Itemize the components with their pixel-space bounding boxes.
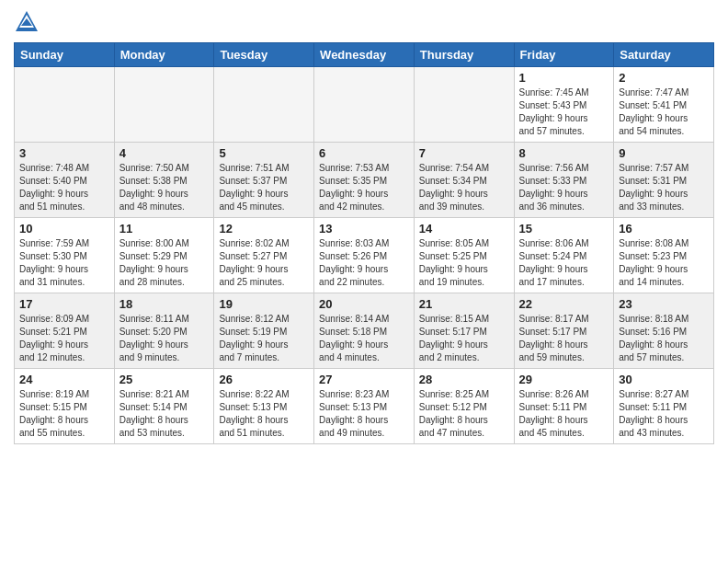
day-number: 6: [319, 146, 409, 160]
calendar-cell: 22Sunrise: 8:17 AM Sunset: 5:17 PM Dayli…: [514, 293, 614, 369]
logo-icon: [14, 9, 40, 35]
day-info: Sunrise: 8:12 AM Sunset: 5:19 PM Dayligh…: [219, 313, 309, 364]
calendar-cell: 26Sunrise: 8:22 AM Sunset: 5:13 PM Dayli…: [214, 369, 314, 444]
day-info: Sunrise: 8:15 AM Sunset: 5:17 PM Dayligh…: [419, 313, 509, 364]
calendar-cell: 14Sunrise: 8:05 AM Sunset: 5:25 PM Dayli…: [414, 218, 514, 293]
day-number: 28: [419, 373, 509, 386]
day-number: 8: [519, 146, 609, 160]
calendar-cell: 16Sunrise: 8:08 AM Sunset: 5:23 PM Dayli…: [614, 218, 714, 293]
day-number: 29: [519, 373, 609, 386]
calendar-cell: 8Sunrise: 7:56 AM Sunset: 5:33 PM Daylig…: [514, 143, 614, 218]
day-number: 7: [419, 146, 509, 160]
day-info: Sunrise: 7:48 AM Sunset: 5:40 PM Dayligh…: [19, 162, 109, 213]
header: [14, 9, 714, 35]
day-info: Sunrise: 8:27 AM Sunset: 5:11 PM Dayligh…: [619, 388, 709, 440]
day-number: 3: [19, 146, 109, 160]
calendar-cell: 18Sunrise: 8:11 AM Sunset: 5:20 PM Dayli…: [114, 293, 214, 369]
day-info: Sunrise: 8:23 AM Sunset: 5:13 PM Dayligh…: [319, 388, 409, 440]
day-info: Sunrise: 8:26 AM Sunset: 5:11 PM Dayligh…: [519, 388, 609, 440]
calendar-cell: 17Sunrise: 8:09 AM Sunset: 5:21 PM Dayli…: [15, 293, 115, 369]
calendar-cell: 7Sunrise: 7:54 AM Sunset: 5:34 PM Daylig…: [414, 143, 514, 218]
day-info: Sunrise: 7:45 AM Sunset: 5:43 PM Dayligh…: [519, 86, 609, 138]
day-info: Sunrise: 8:03 AM Sunset: 5:26 PM Dayligh…: [319, 237, 409, 289]
day-number: 13: [319, 222, 409, 236]
day-info: Sunrise: 7:47 AM Sunset: 5:41 PM Dayligh…: [619, 86, 709, 138]
calendar-cell: 6Sunrise: 7:53 AM Sunset: 5:35 PM Daylig…: [314, 143, 415, 218]
calendar-cell: 30Sunrise: 8:27 AM Sunset: 5:11 PM Dayli…: [614, 369, 714, 444]
page-container: Sunday Monday Tuesday Wednesday Thursday…: [0, 0, 728, 454]
day-number: 20: [319, 297, 409, 311]
day-info: Sunrise: 7:54 AM Sunset: 5:34 PM Dayligh…: [419, 162, 509, 213]
calendar-cell: 24Sunrise: 8:19 AM Sunset: 5:15 PM Dayli…: [15, 369, 115, 444]
day-info: Sunrise: 8:17 AM Sunset: 5:17 PM Dayligh…: [519, 313, 609, 364]
calendar-cell: [314, 67, 415, 143]
calendar-cell: [15, 67, 115, 143]
day-number: 14: [419, 222, 509, 236]
day-info: Sunrise: 8:02 AM Sunset: 5:27 PM Dayligh…: [219, 237, 309, 289]
calendar-week-row: 1Sunrise: 7:45 AM Sunset: 5:43 PM Daylig…: [15, 67, 714, 143]
day-number: 10: [19, 222, 109, 236]
calendar-cell: 15Sunrise: 8:06 AM Sunset: 5:24 PM Dayli…: [514, 218, 614, 293]
day-info: Sunrise: 7:56 AM Sunset: 5:33 PM Dayligh…: [519, 162, 609, 213]
day-info: Sunrise: 7:51 AM Sunset: 5:37 PM Dayligh…: [219, 162, 309, 213]
calendar-cell: 3Sunrise: 7:48 AM Sunset: 5:40 PM Daylig…: [15, 143, 115, 218]
calendar-cell: 10Sunrise: 7:59 AM Sunset: 5:30 PM Dayli…: [15, 218, 115, 293]
day-info: Sunrise: 8:21 AM Sunset: 5:14 PM Dayligh…: [119, 388, 210, 440]
day-number: 26: [219, 373, 309, 386]
calendar-week-row: 3Sunrise: 7:48 AM Sunset: 5:40 PM Daylig…: [15, 143, 714, 218]
col-friday: Friday: [514, 43, 614, 67]
calendar-cell: 4Sunrise: 7:50 AM Sunset: 5:38 PM Daylig…: [114, 143, 214, 218]
calendar-cell: 27Sunrise: 8:23 AM Sunset: 5:13 PM Dayli…: [314, 369, 415, 444]
day-info: Sunrise: 7:53 AM Sunset: 5:35 PM Dayligh…: [319, 162, 409, 213]
col-monday: Monday: [114, 43, 214, 67]
day-number: 5: [219, 146, 309, 160]
calendar-cell: 20Sunrise: 8:14 AM Sunset: 5:18 PM Dayli…: [314, 293, 415, 369]
day-info: Sunrise: 8:14 AM Sunset: 5:18 PM Dayligh…: [319, 313, 409, 364]
header-row: Sunday Monday Tuesday Wednesday Thursday…: [15, 43, 714, 67]
calendar-cell: 2Sunrise: 7:47 AM Sunset: 5:41 PM Daylig…: [614, 67, 714, 143]
col-wednesday: Wednesday: [314, 43, 415, 67]
day-info: Sunrise: 7:50 AM Sunset: 5:38 PM Dayligh…: [119, 162, 210, 213]
day-number: 18: [119, 297, 210, 311]
day-number: 1: [519, 71, 609, 85]
day-number: 27: [319, 373, 409, 386]
day-number: 25: [119, 373, 210, 386]
col-tuesday: Tuesday: [214, 43, 314, 67]
day-number: 2: [619, 71, 709, 85]
col-sunday: Sunday: [15, 43, 115, 67]
calendar-cell: [114, 67, 214, 143]
calendar-cell: 21Sunrise: 8:15 AM Sunset: 5:17 PM Dayli…: [414, 293, 514, 369]
day-number: 15: [519, 222, 609, 236]
calendar-cell: 13Sunrise: 8:03 AM Sunset: 5:26 PM Dayli…: [314, 218, 415, 293]
calendar-cell: 11Sunrise: 8:00 AM Sunset: 5:29 PM Dayli…: [114, 218, 214, 293]
day-info: Sunrise: 8:11 AM Sunset: 5:20 PM Dayligh…: [119, 313, 210, 364]
day-number: 4: [119, 146, 210, 160]
calendar-week-row: 10Sunrise: 7:59 AM Sunset: 5:30 PM Dayli…: [15, 218, 714, 293]
calendar-cell: 29Sunrise: 8:26 AM Sunset: 5:11 PM Dayli…: [514, 369, 614, 444]
calendar-cell: 12Sunrise: 8:02 AM Sunset: 5:27 PM Dayli…: [214, 218, 314, 293]
day-number: 11: [119, 222, 210, 236]
day-info: Sunrise: 8:06 AM Sunset: 5:24 PM Dayligh…: [519, 237, 609, 289]
day-info: Sunrise: 8:05 AM Sunset: 5:25 PM Dayligh…: [419, 237, 509, 289]
calendar-cell: [214, 67, 314, 143]
day-number: 30: [619, 373, 709, 386]
calendar-cell: 5Sunrise: 7:51 AM Sunset: 5:37 PM Daylig…: [214, 143, 314, 218]
day-info: Sunrise: 7:57 AM Sunset: 5:31 PM Dayligh…: [619, 162, 709, 213]
day-info: Sunrise: 8:09 AM Sunset: 5:21 PM Dayligh…: [19, 313, 109, 364]
calendar-cell: 25Sunrise: 8:21 AM Sunset: 5:14 PM Dayli…: [114, 369, 214, 444]
day-number: 9: [619, 146, 709, 160]
day-number: 19: [219, 297, 309, 311]
day-info: Sunrise: 8:08 AM Sunset: 5:23 PM Dayligh…: [619, 237, 709, 289]
calendar-cell: [414, 67, 514, 143]
day-number: 17: [19, 297, 109, 311]
col-saturday: Saturday: [614, 43, 714, 67]
day-number: 22: [519, 297, 609, 311]
calendar-cell: 9Sunrise: 7:57 AM Sunset: 5:31 PM Daylig…: [614, 143, 714, 218]
day-info: Sunrise: 8:22 AM Sunset: 5:13 PM Dayligh…: [219, 388, 309, 440]
calendar-table: Sunday Monday Tuesday Wednesday Thursday…: [14, 42, 714, 444]
calendar-week-row: 24Sunrise: 8:19 AM Sunset: 5:15 PM Dayli…: [15, 369, 714, 444]
calendar-week-row: 17Sunrise: 8:09 AM Sunset: 5:21 PM Dayli…: [15, 293, 714, 369]
calendar-cell: 28Sunrise: 8:25 AM Sunset: 5:12 PM Dayli…: [414, 369, 514, 444]
calendar-cell: 19Sunrise: 8:12 AM Sunset: 5:19 PM Dayli…: [214, 293, 314, 369]
day-number: 16: [619, 222, 709, 236]
